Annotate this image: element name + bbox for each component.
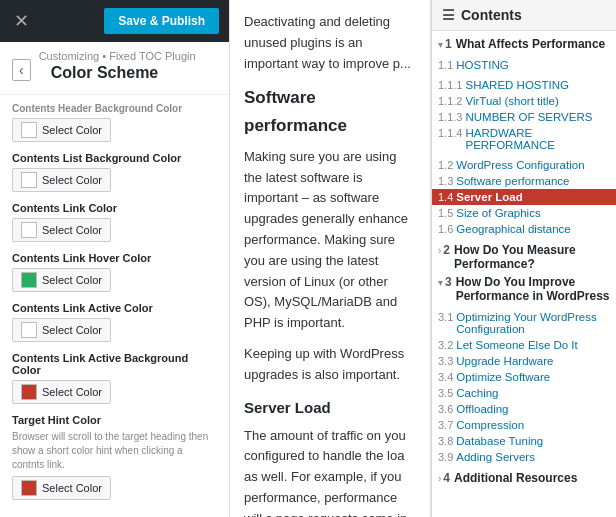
toc-item-3-4: 3.4Optimize Software [432,369,616,385]
toc-section-link-4[interactable]: Additional Resources [454,471,577,485]
middle-content: Deactivating and deleting unused plugins… [230,0,431,517]
toc-item-link-3-6[interactable]: Offloading [456,403,508,415]
toc-subitem-row-1-1-3: 1.1.3NUMBER OF SERVERS [432,109,616,125]
toc-item-num-1-2: 1.2 [438,159,453,171]
toc-section-row-3: ▾3How Do You Improve Performance in Word… [432,273,616,305]
toc-item-num-1-6: 1.6 [438,223,453,235]
chevron-icon-3[interactable]: ▾ [438,277,443,288]
toc-sublist-1: 1.1HOSTING1.1.1SHARED HOSTING1.1.2VirTua… [432,53,616,241]
select-color-label-link-active-bg: Select Color [42,386,102,398]
toc-item-link-1-3[interactable]: Software performance [456,175,569,187]
server-paragraph: The amount of traffic on you configured … [244,426,416,517]
toc-list: ▾1What Affects Performance1.1HOSTING1.1.… [432,31,616,491]
software-paragraph: Making sure you are using the latest sof… [244,147,416,334]
toc-item-link-1-4[interactable]: Server Load [456,191,522,203]
toc-item-num-3-8: 3.8 [438,435,453,447]
color-label-link-active-bg: Contents Link Active Background Color [12,352,217,376]
save-publish-button[interactable]: Save & Publish [104,8,219,34]
toc-sublist2-1-1: 1.1.1SHARED HOSTING1.1.2VirTual (short t… [432,73,616,157]
toc-item-num-1-4: 1.4 [438,191,453,203]
color-label-target-hint: Target Hint Color [12,414,217,426]
toc-item-link-3-4[interactable]: Optimize Software [456,371,550,383]
toc-item-link-3-9[interactable]: Adding Servers [456,451,535,463]
chevron-icon-4[interactable]: › [438,473,441,484]
toc-item-1-4: 1.4Server Load [432,189,616,205]
toc-item-link-1-5[interactable]: Size of Graphics [456,207,540,219]
close-button[interactable]: ✕ [10,12,33,30]
color-row-header-bg: Contents Header Background ColorSelect C… [12,103,217,142]
select-color-label-header-bg: Select Color [42,124,102,136]
left-panel: ✕ Save & Publish ‹ Customizing • Fixed T… [0,0,230,517]
toc-item-link-1-1[interactable]: HOSTING [456,59,508,71]
chevron-icon-2[interactable]: › [438,245,441,256]
toc-item-link-3-1[interactable]: Optimizing Your WordPress Configuration [456,311,610,335]
toc-section-link-3[interactable]: How Do You Improve Performance in WordPr… [456,275,610,303]
color-label-link-color: Contents Link Color [12,202,217,214]
toc-item-link-3-8[interactable]: Database Tuning [456,435,543,447]
select-color-btn-link-hover[interactable]: Select Color [12,268,111,292]
toc-item-3-5: 3.5Caching [432,385,616,401]
color-row-link-active-bg: Contents Link Active Background ColorSel… [12,352,217,404]
toc-item-num-1-5: 1.5 [438,207,453,219]
toc-subitem-num-1-1-1: 1.1.1 [438,79,462,91]
toc-subitem-link-1-1-3[interactable]: NUMBER OF SERVERS [465,111,592,123]
toc-item-3-3: 3.3Upgrade Hardware [432,353,616,369]
toc-section-3: ▾3How Do You Improve Performance in Word… [432,273,616,469]
toc-item-link-3-7[interactable]: Compression [456,419,524,431]
toc-subitem-1-1-3: 1.1.3NUMBER OF SERVERS [432,109,616,125]
toc-item-3-9: 3.9Adding Servers [432,449,616,465]
color-row-link-hover: Contents Link Hover ColorSelect Color [12,252,217,292]
toc-section-1: ▾1What Affects Performance1.1HOSTING1.1.… [432,35,616,241]
select-color-label-list-bg: Select Color [42,174,102,186]
color-row-link-color: Contents Link ColorSelect Color [12,202,217,242]
toc-item-num-3-1: 3.1 [438,311,453,323]
toc-item-1-3: 1.3Software performance [432,173,616,189]
select-color-btn-target-hint[interactable]: Select Color [12,476,111,500]
select-color-label-link-active: Select Color [42,324,102,336]
color-swatch-link-color [21,222,37,238]
toc-item-link-1-2[interactable]: WordPress Configuration [456,159,584,171]
toc-subitem-link-1-1-1[interactable]: SHARED HOSTING [465,79,569,91]
select-color-btn-list-bg[interactable]: Select Color [12,168,111,192]
select-color-btn-link-active[interactable]: Select Color [12,318,111,342]
toc-title: Contents [461,7,522,23]
toc-item-link-1-6[interactable]: Geographical distance [456,223,570,235]
toc-subitem-num-1-1-2: 1.1.2 [438,95,462,107]
toc-subitem-link-1-1-2[interactable]: VirTual (short title) [465,95,558,107]
toc-item-link-3-3[interactable]: Upgrade Hardware [456,355,553,367]
toc-item-link-3-2[interactable]: Let Someone Else Do It [456,339,577,351]
toc-item-row-3-1: 3.1Optimizing Your WordPress Configurati… [432,309,616,337]
toc-subitem-1-1-4: 1.1.4HARDWARE PERFORMANCE [432,125,616,153]
toc-item-link-3-5[interactable]: Caching [456,387,498,399]
toc-item-num-3-7: 3.7 [438,419,453,431]
toc-section-row-2: ›2How Do You Measure Performance? [432,241,616,273]
toc-item-row-1-4: 1.4Server Load [432,189,616,205]
toc-item-3-2: 3.2Let Someone Else Do It [432,337,616,353]
toc-item-row-1-2: 1.2WordPress Configuration [432,157,616,173]
select-color-btn-link-color[interactable]: Select Color [12,218,111,242]
select-color-btn-link-active-bg[interactable]: Select Color [12,380,111,404]
back-button[interactable]: ‹ [12,59,31,81]
toc-section-2: ›2How Do You Measure Performance? [432,241,616,273]
toc-section-num-4: 4 [443,471,450,485]
toc-item-1-5: 1.5Size of Graphics [432,205,616,221]
color-swatch-list-bg [21,172,37,188]
toc-item-num-3-4: 3.4 [438,371,453,383]
toc-item-row-1-1: 1.1HOSTING [432,57,616,73]
toc-subitem-num-1-1-4: 1.1.4 [438,127,462,139]
toc-item-3-1: 3.1Optimizing Your WordPress Configurati… [432,309,616,337]
toc-section-link-1[interactable]: What Affects Performance [456,37,606,51]
breadcrumb-row: ‹ Customizing • Fixed TOC Plugin Color S… [0,42,229,95]
toc-item-num-1-3: 1.3 [438,175,453,187]
toc-item-row-1-5: 1.5Size of Graphics [432,205,616,221]
chevron-icon-1[interactable]: ▾ [438,39,443,50]
toc-item-row-3-9: 3.9Adding Servers [432,449,616,465]
toc-subitem-link-1-1-4[interactable]: HARDWARE PERFORMANCE [465,127,610,151]
select-color-btn-header-bg[interactable]: Select Color [12,118,111,142]
toc-item-num-3-5: 3.5 [438,387,453,399]
toc-subitem-1-1-2: 1.1.2VirTual (short title) [432,93,616,109]
select-color-label-target-hint: Select Color [42,482,102,494]
toc-subitem-row-1-1-1: 1.1.1SHARED HOSTING [432,77,616,93]
toc-icon: ☰ [442,7,455,23]
toc-section-link-2[interactable]: How Do You Measure Performance? [454,243,610,271]
